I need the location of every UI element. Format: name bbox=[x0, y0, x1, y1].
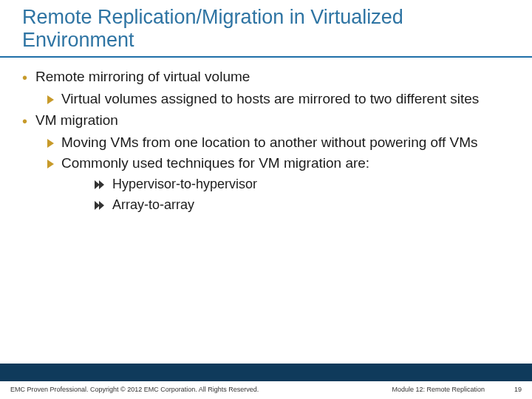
footer-module: Module 12: Remote Replication bbox=[392, 386, 485, 393]
slide-body: • Remote mirroring of virtual volume Vir… bbox=[0, 58, 532, 364]
bullet-level3: Array-to-array bbox=[95, 197, 510, 214]
bullet-dot-icon: • bbox=[22, 68, 35, 87]
bullet-text: Commonly used techniques for VM migratio… bbox=[61, 154, 510, 173]
bullet-level3-group: Hypervisor-to-hypervisor Array-to-array bbox=[47, 176, 510, 214]
bullet-text: VM migration bbox=[35, 112, 510, 130]
bullet-level1: • Remote mirroring of virtual volume bbox=[22, 68, 510, 87]
bullet-level1: • VM migration bbox=[22, 112, 510, 131]
bullet-text: Virtual volumes assigned to hosts are mi… bbox=[61, 90, 510, 109]
slide-title: Remote Replication/Migration in Virtuali… bbox=[22, 6, 510, 52]
bullet-text: Hypervisor-to-hypervisor bbox=[112, 176, 510, 193]
bullet-text: Array-to-array bbox=[112, 197, 510, 214]
title-block: Remote Replication/Migration in Virtuali… bbox=[0, 0, 532, 58]
bullet-level3: Hypervisor-to-hypervisor bbox=[95, 176, 510, 193]
bullet-level2: Commonly used techniques for VM migratio… bbox=[47, 154, 510, 173]
bullet-level2: Moving VMs from one location to another … bbox=[47, 134, 510, 152]
footer: EMC Proven Professional. Copyright © 201… bbox=[0, 381, 532, 399]
bullet-text: Remote mirroring of virtual volume bbox=[35, 68, 510, 86]
double-triangle-bullet-icon bbox=[95, 180, 105, 189]
bullet-level2-group: Virtual volumes assigned to hosts are mi… bbox=[22, 90, 510, 109]
bullet-dot-icon: • bbox=[22, 112, 35, 131]
footer-page: 19 bbox=[507, 386, 522, 393]
footer-band bbox=[0, 364, 532, 381]
footer-copyright: EMC Proven Professional. Copyright © 201… bbox=[10, 386, 392, 393]
triangle-bullet-icon bbox=[47, 160, 54, 168]
triangle-bullet-icon bbox=[47, 95, 54, 104]
slide: Remote Replication/Migration in Virtuali… bbox=[0, 0, 532, 399]
bullet-text: Moving VMs from one location to another … bbox=[61, 134, 510, 152]
double-triangle-bullet-icon bbox=[95, 201, 105, 210]
bullet-level2-group: Moving VMs from one location to another … bbox=[22, 134, 510, 214]
triangle-bullet-icon bbox=[47, 139, 54, 148]
bullet-level2: Virtual volumes assigned to hosts are mi… bbox=[47, 90, 510, 109]
